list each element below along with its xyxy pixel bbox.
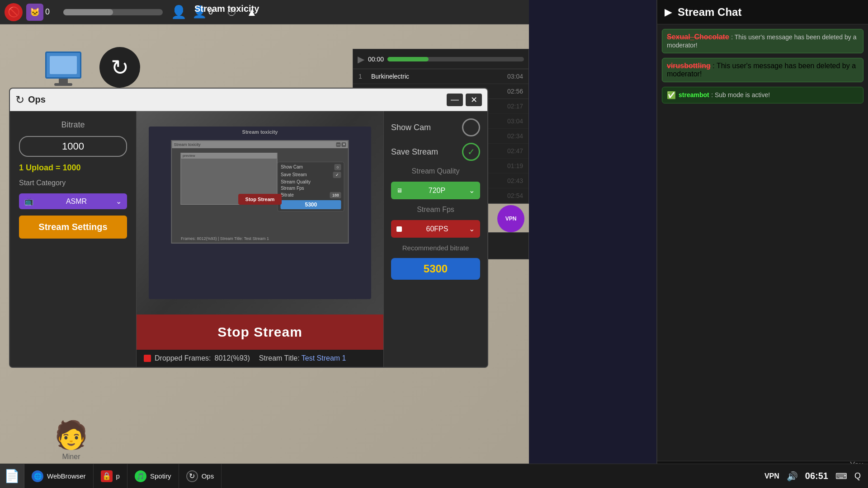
deleted-msg-content: Sexual_Chocolate : This user's message h… — [667, 33, 859, 49]
chat-messages: Sexual_Chocolate : This user's message h… — [657, 24, 868, 461]
inner-save-stream-row: Save Stream ✓ — [281, 172, 341, 178]
ops-minimize-button[interactable]: — — [447, 94, 463, 106]
playlist-item-name: Burkinelectric — [371, 73, 507, 80]
inner-preview-bar: preview — [181, 153, 277, 159]
show-cam-toggle[interactable]: ○ — [334, 164, 341, 170]
dropped-frames-value: 8012(%93) — [215, 354, 250, 362]
stream-chat-header: ▶ Stream Chat — [657, 0, 868, 24]
taskbar-app-spotiry[interactable]: 🎵 Spotiry — [127, 464, 179, 488]
save-stream-toggle[interactable] — [462, 143, 480, 161]
stream-title-label: Stream Title: — [259, 354, 300, 362]
person-icon: 👤 — [171, 5, 187, 19]
playlist-playbar: ▶ 00:00 — [353, 49, 528, 69]
taskbar-app-lock[interactable]: 🔒 p — [94, 464, 127, 488]
chat-message-deleted-2: virusbottling : This user's message has … — [662, 58, 863, 82]
taskbar-start-button[interactable]: 📄 — [0, 464, 24, 488]
inner-stream-buttons: — ✕ — [336, 142, 346, 147]
toxicity-bar-container — [63, 9, 163, 15]
taskbar-q-icon[interactable]: Q — [854, 471, 861, 481]
save-stream-row: Save Stream — [391, 143, 480, 161]
main-area: ↻ 🧑 Miner ↻ Ops — ✕ Bitrate 1 Upload = 1… — [0, 24, 529, 488]
miner-character: 🧑 Miner — [54, 419, 88, 461]
stream-settings-button[interactable]: Stream Settings — [19, 216, 127, 239]
chat-msg-text-3: : Sub mode is active! — [711, 91, 770, 99]
toxicity-bar — [63, 9, 113, 15]
category-select[interactable]: 📺 ASMR ⌄ — [19, 193, 127, 209]
list-item[interactable]: 1 Burkinelectric 03:04 — [353, 69, 528, 84]
ops-close-button[interactable]: ✕ — [466, 94, 482, 106]
bitrate-text: Bitrate — [281, 192, 294, 197]
pl-time: 02:17 — [507, 103, 523, 110]
rec-bitrate-value: 5300 — [391, 258, 480, 280]
topbar: 🚫 🐱 0 👤 👤 0 ⏱ ▲ — [0, 0, 529, 24]
deleted-msg-content-2: virusbottling : This user's message has … — [667, 62, 859, 78]
playlist-progress-bar[interactable] — [387, 57, 524, 61]
upload-info: 1 Upload = 1000 — [19, 163, 127, 173]
inner-bitrate-row: Bitrate 188 — [281, 192, 341, 198]
lock-icon: 🔒 — [101, 470, 113, 482]
fps-text: Stream Fps — [281, 186, 304, 191]
fps-icon — [396, 226, 402, 232]
taskbar: 📄 🌐 WebBrowser 🔒 p 🎵 Spotiry ↻ Ops VPN 🔊… — [0, 464, 868, 488]
ops-middle-panel: Stream toxicity Stream toxicity — ✕ — [137, 111, 383, 367]
inner-stream-title-text: Stream toxicity — [174, 142, 200, 147]
bitrate-input[interactable] — [19, 136, 127, 157]
show-cam-row: Show Cam — [391, 118, 480, 136]
dropped-frames-label: Dropped Frames: — [155, 354, 211, 362]
cat-icon: 🐱 — [26, 4, 43, 21]
show-cam-toggle[interactable] — [462, 118, 480, 136]
miner-name: Miner — [54, 453, 88, 461]
playlist-item-time: 03:04 — [507, 73, 523, 80]
dropped-frames-indicator — [144, 355, 151, 362]
save-stream-toggle[interactable]: ✓ — [333, 172, 341, 178]
ops-icon: ↻ — [186, 470, 198, 482]
dropped-frames-info: Dropped Frames: 8012(%93) — [144, 354, 250, 362]
stream-quality-select[interactable]: 🖥 720P ⌄ — [391, 182, 480, 199]
category-icon: 📺 — [24, 197, 33, 206]
inner-close-btn[interactable]: ✕ — [342, 142, 346, 147]
ops-content: Bitrate 1 Upload = 1000 Start Category 📺… — [10, 111, 487, 367]
ops-logo-icon: ↻ — [15, 94, 24, 106]
inner-stream-meta: Frames: 8012(%93) | Stream Title: Test S… — [181, 236, 269, 241]
playlist-item-num: 1 — [359, 73, 368, 80]
pl-time: 02:54 — [507, 192, 523, 199]
inner-stream-titlebar: Stream toxicity — ✕ — [172, 141, 348, 148]
stream-chat-title: Stream Chat — [678, 6, 741, 19]
taskbar-extra-icon[interactable]: ⌨ — [835, 471, 847, 481]
taskbar-app-webbrowser[interactable]: 🌐 WebBrowser — [24, 464, 94, 488]
ops-right-panel: Show Cam Save Stream Stream Quality 🖥 72… — [383, 111, 487, 367]
vpn-circle-icon[interactable]: VPN — [497, 205, 524, 232]
quality-value: 720P — [429, 187, 445, 195]
vpn-avatar: VPN — [497, 205, 524, 232]
monitor-icon[interactable] — [45, 52, 81, 86]
taskbar-app-ops[interactable]: ↻ Ops — [179, 464, 222, 488]
playlist-play-button[interactable]: ▶ — [358, 54, 364, 65]
refresh-icon[interactable]: ↻ — [99, 47, 140, 88]
monitor-stand — [59, 79, 68, 83]
stream-fps-select[interactable]: 60FPS ⌄ — [391, 220, 480, 238]
stream-preview: Stream toxicity Stream toxicity — ✕ — [137, 111, 383, 314]
stream-title-value: Test Stream 1 — [302, 354, 346, 362]
stop-stream-button[interactable]: Stop Stream — [137, 314, 383, 350]
quality-icon: 🖥 — [396, 187, 402, 194]
save-stream-label: Save Stream — [391, 147, 438, 157]
inner-minimize-btn[interactable]: — — [336, 142, 341, 147]
inner-stop-stream-button[interactable]: Stop Stream — [238, 194, 282, 205]
fps-value: 60FPS — [426, 225, 448, 233]
inner-bitrate-val: 188 — [330, 192, 341, 198]
inner-quality-row: Stream Quality — [281, 179, 341, 184]
quality-chevron-icon: ⌄ — [469, 186, 475, 195]
monitor-base — [54, 83, 72, 86]
streambot-content: streambot : Sub mode is active! — [679, 91, 770, 99]
no-icon: 🚫 — [5, 3, 23, 21]
save-stream-text: Save Stream — [281, 172, 307, 177]
playlist-time: 00:00 — [368, 56, 384, 63]
spotiry-icon: 🎵 — [135, 470, 146, 482]
vpn-label: VPN — [764, 472, 779, 480]
start-category-label: Start Category — [19, 179, 127, 187]
preview-inner: Stream toxicity Stream toxicity — ✕ — [137, 111, 383, 314]
volume-icon[interactable]: 🔊 — [787, 471, 798, 482]
inner-fps-row: Stream Fps — [281, 186, 341, 191]
miner-body-icon: 🧑 — [54, 419, 88, 451]
ops-titlebar: ↻ Ops — ✕ — [10, 89, 487, 111]
